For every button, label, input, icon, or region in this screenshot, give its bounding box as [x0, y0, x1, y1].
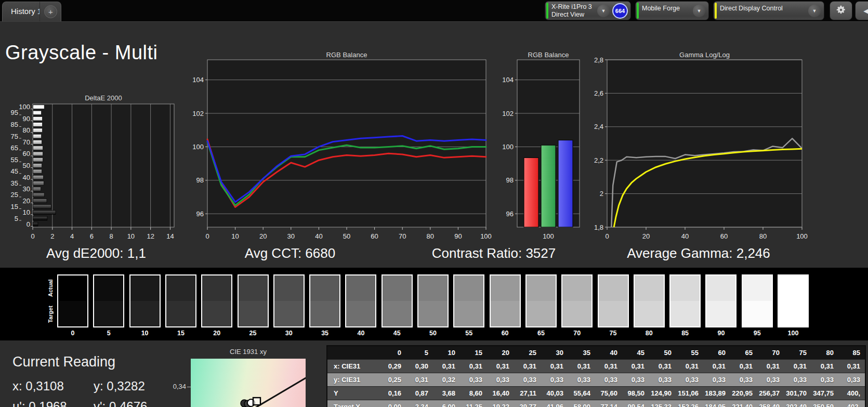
rgb-bar-red [524, 157, 538, 227]
swatch-target [58, 301, 87, 326]
collapse-panel-button[interactable]: ◀ [855, 1, 868, 20]
table-cell: 0,16 [379, 387, 406, 400]
meter-name: X-Rite i1Pro 3 [551, 3, 592, 11]
axis-label: 100 [796, 232, 808, 240]
swatch-target [454, 301, 483, 326]
measurement-table: 0510152025303540455055606570758085x: CIE… [326, 345, 866, 407]
swatch-target [383, 301, 412, 326]
top-bar: History 1 + X-Rite i1Pro 3 Direct View ▼… [0, 0, 868, 22]
table-cell: 0,33 [460, 373, 487, 387]
swatch-label: 15 [164, 330, 198, 337]
table-cell: 0,33 [487, 373, 514, 387]
cie-1931-chart [191, 359, 306, 407]
stat-contrast-ratio: Contrast Ratio: 3527 [395, 245, 593, 261]
table-cell: 0,31 [595, 360, 622, 373]
axis-label: 2 [50, 232, 54, 240]
reading-u-prime: u': 0,1968 [12, 399, 67, 407]
table-cell: 347,75 [811, 387, 838, 400]
table-cell: 0,33 [838, 373, 865, 387]
axis-label: 2,8 [594, 57, 603, 64]
deltae-bar-80 [33, 128, 43, 133]
swatch-actual [635, 275, 664, 301]
swatch-actual [527, 275, 556, 301]
deltae-bar-70 [33, 140, 42, 145]
swatch-actual [779, 275, 808, 301]
rgb-balance-bar-chart: 9698100102104100 [494, 57, 587, 250]
table-cell: 0,31 [460, 360, 487, 373]
chevron-glyph: ▼ [697, 8, 702, 14]
swatch-actual [239, 275, 268, 301]
deltae-bar-40 [33, 175, 44, 179]
deltae-bar-55 [33, 157, 43, 162]
table-cell: 27,11 [514, 387, 541, 400]
collapse-left-icon: ◀ [863, 6, 868, 16]
display-control-select[interactable]: Direct Display Control ▼ [713, 1, 824, 20]
swatch-actual [202, 275, 231, 301]
table-cell: 0,31 [487, 360, 514, 373]
table-column-header: 15 [460, 346, 487, 360]
swatch-label: 50 [416, 330, 450, 337]
swatch-90 [705, 274, 737, 327]
axis-label: 96 [506, 210, 514, 218]
table-cell: 6,00 [433, 400, 460, 407]
axis-label: 2,2 [594, 156, 603, 164]
axis-label: 1,8 [594, 224, 603, 231]
table-cell: 0,33 [757, 373, 784, 387]
target-point-square [253, 398, 260, 405]
swatch-target [202, 301, 231, 326]
table-column-header: 10 [433, 346, 460, 360]
swatch-actual [706, 275, 735, 301]
swatch-label: 75 [597, 330, 630, 337]
table-cell: 0,33 [811, 373, 838, 387]
axis-label: 60 [720, 232, 728, 240]
deltae-bar-60 [33, 152, 43, 156]
table-cell: 77,14 [595, 400, 622, 407]
axis-label: 90 [23, 115, 30, 123]
current-reading-title: Current Reading [12, 354, 115, 370]
actual-axis-label: Actual [47, 274, 55, 301]
table-cell: 29,77 [514, 400, 541, 407]
table-cell: 0,31 [514, 360, 541, 373]
settings-button[interactable] [830, 1, 852, 20]
pattern-source-select[interactable]: Mobile Forge ▼ [635, 1, 709, 20]
meter-count-badge[interactable]: 664 [612, 3, 628, 19]
deltae-bar-0 [33, 222, 38, 227]
rgb-bar-blue [558, 140, 573, 227]
table-cell: 258,49 [757, 400, 784, 407]
axis-label: 100 [192, 143, 204, 151]
swatch-label: 85 [668, 330, 702, 337]
swatch-target [779, 301, 808, 326]
swatch-actual [346, 275, 375, 301]
chevron-down-icon[interactable]: ▼ [808, 5, 821, 17]
axis-label: 2,4 [594, 123, 603, 130]
table-column-header: 40 [595, 346, 622, 360]
chevron-glyph: ▼ [812, 8, 817, 14]
table-cell: 55,64 [568, 387, 595, 400]
cie-overlay [191, 359, 306, 407]
table-row-label: x: CIE31 [327, 360, 379, 373]
reading-y: y: 0,3282 [94, 379, 145, 393]
table-cell: 0,30 [406, 360, 433, 373]
deltae-bar-85 [33, 123, 43, 127]
chevron-down-icon[interactable]: ▼ [693, 5, 705, 17]
table-cell: 0,33 [568, 373, 595, 387]
reading-x: x: 0,3108 [12, 379, 64, 393]
table-column-header: 30 [541, 346, 568, 360]
swatch-actual [166, 275, 195, 301]
axis-label: 40 [315, 232, 322, 240]
swatch-target [743, 301, 772, 326]
swatch-15 [165, 274, 196, 327]
axis-label: 30 [23, 185, 30, 193]
swatch-label: 65 [524, 330, 558, 337]
table-cell: 0,31 [622, 360, 649, 373]
chevron-down-icon[interactable]: ▼ [597, 5, 610, 17]
swatch-45 [382, 274, 413, 327]
add-tab-button[interactable]: + [40, 2, 61, 21]
axis-label: 40 [681, 232, 689, 240]
table-cell: 0,31 [541, 360, 568, 373]
swatch-label: 80 [633, 330, 666, 337]
table-cell: 0,32 [433, 373, 460, 387]
swatch-label: 90 [704, 330, 738, 337]
meter-select[interactable]: X-Rite i1Pro 3 Direct View ▼ 664 [545, 1, 631, 20]
table-column-header: 35 [568, 346, 595, 360]
